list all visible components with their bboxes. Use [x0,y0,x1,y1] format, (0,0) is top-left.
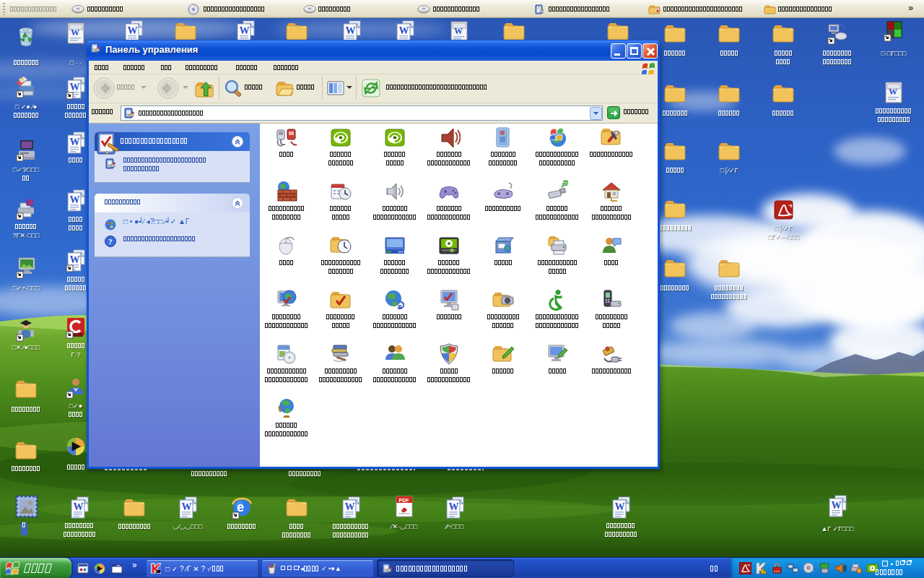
svg-text:s: s [398,302,402,311]
svg-text:W: W [70,82,80,92]
svg-text:W: W [71,27,79,38]
svg-text:W: W [345,501,355,512]
svg-text:W: W [182,501,192,512]
svg-text:W: W [889,87,897,97]
svg-text:W: W [399,25,409,36]
svg-text:!: ! [763,569,764,574]
svg-text:W: W [454,26,463,36]
svg-text:W: W [449,501,459,512]
svg-text:W: W [615,501,625,512]
svg-text:W: W [240,25,250,36]
svg-text:W: W [70,194,80,205]
svg-text:W: W [832,500,842,511]
svg-text:W: W [74,501,84,512]
svg-text:W: W [70,137,80,147]
svg-text:W: W [70,254,80,265]
svg-text:W: W [346,25,356,36]
svg-text:?: ? [108,237,113,246]
svg-text:?: ? [28,199,32,207]
svg-text:W: W [128,25,138,36]
svg-text:PDF: PDF [399,498,410,503]
